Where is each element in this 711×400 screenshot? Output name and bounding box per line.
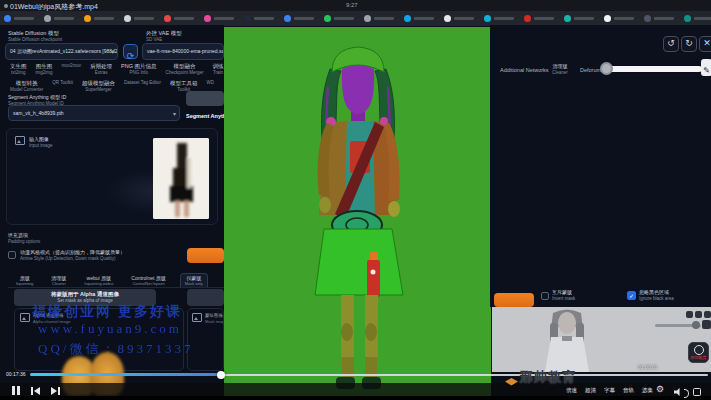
browser-tab[interactable] [124, 15, 154, 22]
brush-size-slider[interactable] [602, 66, 702, 72]
padding-label-zh: 填充选项 [8, 232, 40, 239]
progress-bar-remaining[interactable] [223, 374, 708, 376]
redo-icon: ↻ [685, 38, 693, 48]
browser-tab[interactable] [404, 15, 434, 22]
progress-playhead[interactable] [217, 371, 225, 379]
invert-mask-label-zh: 互斥蒙版 [552, 289, 575, 296]
tab-label-zh: 模型转换 [10, 80, 43, 87]
tab-favicon-icon [404, 15, 411, 22]
browser-tab[interactable] [644, 15, 674, 22]
preview-slider-button[interactable] [702, 320, 711, 329]
tab-label [574, 17, 594, 20]
side-button-clipped[interactable] [187, 289, 224, 306]
player-menu-item[interactable]: 音轨 [623, 387, 634, 394]
mask-tab-mask-only[interactable]: 仅蒙版Mask only [180, 273, 208, 288]
tab-favicon-icon [564, 15, 571, 22]
progress-bar-played[interactable] [30, 373, 220, 376]
input-image-dropzone[interactable]: 输入图像 Input image [6, 128, 218, 225]
tab-img2img[interactable]: 图生图img2img [36, 63, 53, 79]
tab-label [454, 17, 474, 20]
player-menu-item[interactable]: 倍速 [566, 387, 577, 394]
browser-tab[interactable] [684, 15, 711, 22]
webui-right-panel: ↺ ↻ ✕ Additional Networks 清理版 Cleaner De… [490, 25, 711, 307]
browser-tab[interactable] [204, 15, 234, 22]
browser-tab[interactable] [604, 15, 634, 22]
tab-label [14, 17, 34, 20]
sam-model-dropdown[interactable]: sam_vit_h_4b8939.pth ▾ [8, 105, 180, 121]
tab-label-en: Cleaner [51, 281, 66, 286]
video-player-screen: 01WebuI的ipa风格参考.mp4 9:27 [0, 0, 711, 400]
tab-label-en: txt2img [10, 70, 27, 75]
image-icon [15, 136, 25, 145]
fullscreen-button[interactable] [693, 388, 701, 396]
segment-anything-tab[interactable]: Segment Anything [186, 113, 224, 123]
anime-style-label-en: Anime Style (Up Detection, Down mask Qua… [20, 256, 125, 262]
run-button-right[interactable] [494, 293, 534, 307]
browser-tab[interactable] [44, 15, 74, 22]
checkpoint-label-zh: Stable Diffusion 模型 [8, 30, 62, 37]
tab-label-en: Extras [90, 70, 112, 75]
brush-tool-button[interactable]: ✎ [701, 59, 711, 76]
preview-tool-button-3[interactable] [704, 311, 711, 318]
player-menu-item[interactable]: 选集 [642, 387, 653, 394]
ignore-black-checkbox[interactable]: ✓ [627, 291, 636, 300]
browser-tab[interactable] [524, 15, 554, 22]
tab-checkpoint-merger[interactable]: 模型融合Checkpoint Merger [165, 63, 203, 79]
tab-favicon-icon [204, 15, 211, 22]
browser-tab[interactable] [244, 15, 274, 22]
clear-image-button[interactable]: ✕ [699, 36, 711, 52]
undo-button[interactable]: ↺ [663, 36, 679, 52]
invert-mask-checkbox[interactable] [541, 292, 549, 300]
brush-size-handle[interactable] [600, 62, 613, 75]
mask-tab-controlnet-inpaint[interactable]: Controlnet 原版ControlNet Inpaint [127, 274, 169, 288]
vae-dropdown[interactable]: vae-ft-mse-840000-ema-pruned.saf [142, 43, 224, 60]
tab-additional-networks[interactable]: Additional Networks [500, 67, 549, 73]
tab-extras[interactable]: 后期处理Extras [90, 63, 112, 79]
browser-tab[interactable] [164, 15, 194, 22]
player-menu-item[interactable]: 字幕 [604, 387, 615, 394]
anime-style-checkbox[interactable] [8, 251, 16, 259]
browser-tab[interactable] [364, 15, 394, 22]
input-image-label-en: Input image [29, 143, 53, 149]
check-icon: ✓ [629, 293, 634, 299]
tab-supermerger[interactable]: 超级模型融合SuperMerger [82, 80, 115, 96]
preview-tool-button-1[interactable] [686, 311, 693, 318]
tab-png-info[interactable]: PNG 图片信息PNG Info [121, 63, 156, 79]
run-button-left[interactable] [187, 248, 224, 263]
browser-tab[interactable] [564, 15, 594, 22]
mask-tab-inpainting-webui[interactable]: webui 原版Inpainting webui [80, 274, 117, 288]
browser-tab[interactable] [284, 15, 314, 22]
browser-tab[interactable] [84, 15, 114, 22]
preview-tool-button-2[interactable] [695, 311, 702, 318]
preview-slider-handle[interactable] [692, 321, 700, 329]
mask-tab-inpainting[interactable]: 原版Inpainting [12, 274, 37, 288]
screenshot-button[interactable]: 邢帅教育 [688, 342, 709, 363]
refresh-checkpoint-button[interactable]: ⟳ [123, 44, 138, 59]
sam-side-button[interactable] [186, 91, 224, 106]
prev-frame-button[interactable] [31, 387, 40, 395]
tab-txt2img[interactable]: 文生图txt2img [10, 63, 27, 79]
segmentation-canvas[interactable] [224, 27, 491, 396]
next-frame-button[interactable] [51, 387, 60, 395]
browser-tab[interactable] [324, 15, 354, 22]
settings-button[interactable]: ⚙ [656, 384, 664, 394]
pause-button[interactable] [12, 386, 20, 395]
browser-tab[interactable] [484, 15, 514, 22]
tab-train[interactable]: 训练Train [213, 63, 224, 79]
mask-tab-cleaner[interactable]: 清理版Cleaner [47, 274, 70, 288]
tab-favicon-icon [604, 15, 611, 22]
checkpoint-dropdown[interactable]: 04 运动圈revAnimated_v122.safetensors [988d… [5, 43, 118, 60]
redo-button[interactable]: ↻ [681, 36, 697, 52]
tab-dataset-tag-editor[interactable]: Dataset Tag Editor [124, 80, 161, 96]
browser-tab[interactable] [444, 15, 474, 22]
chevron-down-icon: ▾ [111, 48, 114, 55]
browser-tab[interactable] [4, 15, 34, 22]
girl-preview-image [503, 307, 631, 372]
player-menu-item[interactable]: 超清 [585, 387, 596, 394]
tab-mov2mov[interactable]: mov2mov [62, 63, 82, 79]
input-photo-thumbnail[interactable] [153, 138, 209, 219]
brand-watermark: 邢帅教育 [505, 368, 576, 386]
tab-cleaner-zh: 清理版 [552, 63, 568, 70]
pencil-icon: ✎ [703, 66, 710, 75]
tab-cleaner[interactable]: 清理版 Cleaner [552, 63, 568, 75]
